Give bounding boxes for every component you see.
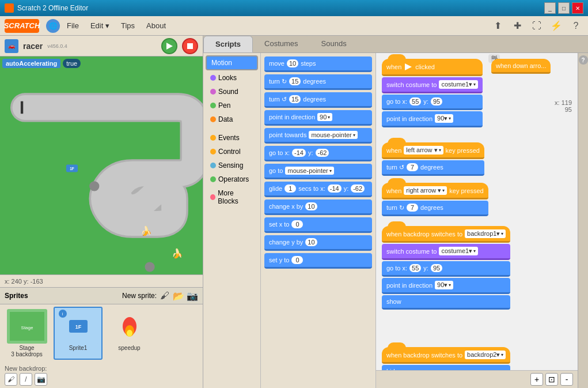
block-go-to-x-value[interactable]: -14 <box>292 149 306 157</box>
variable-display: autoAccelerating true <box>2 59 81 68</box>
turbo-icon[interactable]: ⚡ <box>549 18 564 33</box>
backdrop-paint-icon[interactable]: 🖌 <box>5 373 17 386</box>
green-flag-button[interactable] <box>161 38 177 54</box>
block-go-to-xy[interactable]: go to x: -14 y: -62 <box>264 146 372 161</box>
block-set-x-value[interactable]: 0 <box>291 220 303 228</box>
zoom-out-button[interactable]: - <box>560 373 573 386</box>
block-switch-costume[interactable]: switch costume to costume1▾ <box>382 77 483 93</box>
new-sprite-file-button[interactable]: 📂 <box>173 290 184 302</box>
block-point-towards[interactable]: point towards mouse-pointer <box>264 128 372 144</box>
block-when-down-arrow[interactable]: when down arro... <box>491 59 551 74</box>
upload-icon[interactable]: ⬆ <box>490 18 505 33</box>
costume-value[interactable]: costume1▾ <box>439 80 478 89</box>
block-point-towards-value[interactable]: mouse-pointer <box>309 131 357 139</box>
sprite-item-speedup[interactable]: speedup <box>105 307 154 360</box>
block-go-to-y-label: y: <box>308 149 313 156</box>
block-move-value[interactable]: 10 <box>287 59 298 67</box>
block-turn-right-script[interactable]: turn ↻ 7 degrees <box>382 201 488 216</box>
block-go-to-xy-backdrop[interactable]: go to x: 55 y: 95 <box>382 261 510 277</box>
block-point-dir-script[interactable]: point in direction 90▾ <box>382 111 483 127</box>
block-go-to-y-value[interactable]: -62 <box>316 149 329 157</box>
block-go-to-value[interactable]: mouse-pointer <box>285 167 333 175</box>
cat-events[interactable]: Events <box>206 131 258 144</box>
point-dir-val[interactable]: 90▾ <box>435 114 453 123</box>
globe-icon[interactable]: 🌐 <box>46 19 60 33</box>
block-turn-left[interactable]: turn ↺ 15 degrees <box>264 92 372 108</box>
new-sprite-camera-button[interactable]: 📷 <box>187 290 198 302</box>
file-menu[interactable]: File <box>62 20 84 32</box>
sprite-item-stage[interactable]: Stage Stage3 backdrops <box>2 307 51 360</box>
minimize-button[interactable]: _ <box>544 2 556 14</box>
cat-sound[interactable]: Sound <box>206 85 258 98</box>
block-change-y[interactable]: change y by 10 <box>264 235 372 251</box>
cat-operators[interactable]: Operators <box>206 173 258 186</box>
right-arrow-dropdown[interactable]: right arrow ▾ <box>404 186 447 195</box>
cat-more-blocks[interactable]: More Blocks <box>206 187 258 208</box>
block-set-y[interactable]: set y to 0 <box>264 253 372 269</box>
backdrop-file-icon[interactable]: / <box>20 373 32 386</box>
block-glide-y[interactable]: -62 <box>351 184 365 193</box>
about-menu[interactable]: About <box>142 20 170 32</box>
block-change-y-value[interactable]: 10 <box>305 238 317 246</box>
stage-label: Stage3 backdrops <box>11 345 42 357</box>
maximize-button[interactable]: □ <box>558 2 570 14</box>
block-go-to[interactable]: go to mouse-pointer <box>264 164 372 179</box>
backdrop2-dropdown[interactable]: backdrop2▾ <box>465 351 506 359</box>
tab-sounds[interactable]: Sounds <box>310 36 358 52</box>
point-dir-backdrop-val[interactable]: 90▾ <box>435 281 453 289</box>
zoom-reset-button[interactable]: ⊡ <box>545 373 558 386</box>
block-when-left-arrow[interactable]: when left arrow ▾ key pressed <box>382 142 484 159</box>
turn-right-val[interactable]: 7 <box>407 204 418 212</box>
close-button[interactable]: ✕ <box>572 2 583 14</box>
fullscreen-icon[interactable]: ⛶ <box>529 18 544 33</box>
new-sprite-paint-button[interactable]: 🖌 <box>159 290 170 302</box>
cat-sensing[interactable]: Sensing <box>206 159 258 172</box>
backdrop1-dropdown[interactable]: backdrop1▾ <box>465 229 506 238</box>
block-switch-costume-2[interactable]: switch costume to costume1▾ <box>382 244 510 260</box>
block-show[interactable]: show <box>382 295 510 310</box>
block-turn-left-script[interactable]: turn ↺ 7 degrees <box>382 160 484 176</box>
cat-control[interactable]: Control <box>206 145 258 158</box>
block-point-dir-backdrop[interactable]: point in direction 90▾ <box>382 278 510 294</box>
cat-pen[interactable]: Pen <box>206 99 258 112</box>
block-set-x[interactable]: set x to 0 <box>264 217 372 233</box>
download-icon[interactable]: ✚ <box>510 18 525 33</box>
go-to-x-val[interactable]: 55 <box>409 97 421 106</box>
costume-value-2[interactable]: costume1▾ <box>439 247 478 255</box>
cat-motion[interactable]: Motion <box>206 55 258 70</box>
turn-left-val[interactable]: 7 <box>407 163 418 171</box>
cat-data[interactable]: Data <box>206 113 258 126</box>
block-when-backdrop2[interactable]: when backdrop switches to backdrop2▾ <box>382 347 510 364</box>
go-to-x-backdrop[interactable]: 55 <box>409 264 421 272</box>
tab-scripts[interactable]: Scripts <box>203 36 253 52</box>
block-point-direction[interactable]: point in direction 90 <box>264 110 372 126</box>
info-button[interactable]: ? <box>579 55 588 65</box>
tab-costumes[interactable]: Costumes <box>253 36 310 52</box>
block-turn-right[interactable]: turn ↻ 15 degrees <box>264 74 372 90</box>
block-set-y-value[interactable]: 0 <box>291 256 303 264</box>
block-turn-left-value[interactable]: 15 <box>289 95 301 103</box>
block-glide[interactable]: glide 1 secs to x: -14 y: -62 <box>264 182 372 197</box>
backdrop-camera-icon[interactable]: 📷 <box>35 373 47 386</box>
block-point-direction-value[interactable]: 90 <box>317 113 332 121</box>
left-arrow-dropdown[interactable]: left arrow ▾ <box>404 146 443 155</box>
block-glide-x[interactable]: -14 <box>328 184 342 193</box>
block-turn-right-value[interactable]: 15 <box>289 77 301 85</box>
tips-menu[interactable]: Tips <box>116 20 139 32</box>
help-icon[interactable]: ? <box>568 18 583 33</box>
go-to-y-backdrop[interactable]: 95 <box>431 264 442 272</box>
block-move[interactable]: move 10 steps <box>264 56 372 72</box>
zoom-in-button[interactable]: + <box>530 373 543 386</box>
block-go-to-xy-script[interactable]: go to x: 55 y: 95 <box>382 95 483 110</box>
block-change-x[interactable]: change x by 10 <box>264 199 372 215</box>
cat-looks[interactable]: Looks <box>206 71 258 84</box>
go-to-y-val[interactable]: 95 <box>431 97 442 106</box>
edit-menu[interactable]: Edit ▾ <box>86 20 114 32</box>
block-glide-secs[interactable]: 1 <box>284 184 296 193</box>
block-when-backdrop1[interactable]: when backdrop switches to backdrop1▾ <box>382 226 510 243</box>
sprite-item-sprite1[interactable]: i 1F Sprite1 <box>54 307 103 360</box>
block-change-x-value[interactable]: 10 <box>305 202 317 210</box>
block-when-flag-clicked[interactable]: when clicked 🏁 <box>382 59 483 76</box>
stop-button[interactable] <box>182 38 198 54</box>
block-when-right-arrow[interactable]: when right arrow ▾ key pressed <box>382 183 488 199</box>
